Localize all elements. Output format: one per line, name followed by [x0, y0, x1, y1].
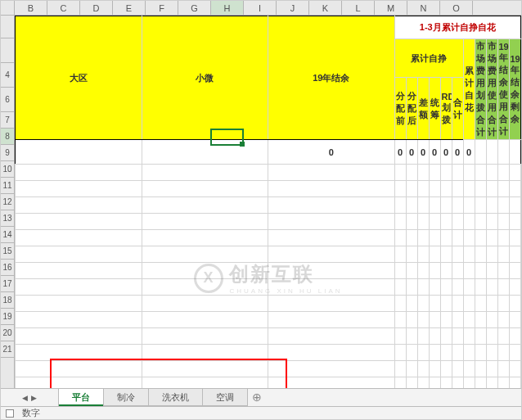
hdr-rdc: RDC划拨: [440, 78, 452, 140]
sheet-tab-0[interactable]: 平台: [58, 389, 104, 406]
col-N[interactable]: N: [407, 1, 440, 15]
col-L[interactable]: L: [342, 1, 375, 15]
spreadsheet-window: B C D E F G H I J K L M N O 4 6 7 8 9 10…: [0, 0, 522, 420]
hdr-tongchou: 统筹: [429, 78, 440, 140]
sheet-tab-3[interactable]: 空调: [202, 389, 248, 406]
cell[interactable]: 0: [406, 140, 417, 165]
cell[interactable]: [497, 140, 509, 165]
status-label: 数字: [22, 407, 40, 419]
cell-area[interactable]: 大区 小微 19年结余 1-3月累计自挣自花 累计自挣 累计自花 市场费用划拨合…: [15, 16, 521, 388]
hdr-19-use: 19年结余使用合计: [497, 39, 509, 140]
row-hdr[interactable]: 8: [1, 129, 14, 145]
cell[interactable]: [486, 140, 497, 165]
cell[interactable]: [16, 140, 142, 165]
tab-next-icon[interactable]: ▶: [31, 394, 37, 402]
cell[interactable]: 0: [417, 140, 429, 165]
hdr-zihua: 累计自花: [463, 39, 475, 140]
row-hdr[interactable]: 16: [1, 260, 14, 276]
row-hdr[interactable]: 11: [1, 178, 14, 194]
col-H[interactable]: H: [211, 1, 244, 15]
cell[interactable]: [475, 140, 486, 165]
row-hdr[interactable]: 15: [1, 243, 14, 260]
hdr-diff: 差额: [417, 78, 429, 140]
selectall-corner[interactable]: [1, 1, 15, 15]
column-header-row: B C D E F G H I J K L M N O: [1, 1, 521, 16]
row-hdr[interactable]: 4: [1, 63, 14, 88]
hdr-sub-group: 累计自挣: [394, 39, 463, 78]
hdr-post-alloc: 分配后: [406, 78, 417, 140]
col-K[interactable]: K: [309, 1, 342, 15]
hdr-heji: 合计: [452, 78, 463, 140]
status-mode-icon: [6, 409, 14, 418]
row-hdr[interactable]: 9: [1, 145, 14, 161]
sheet-tab-1[interactable]: 制冷: [103, 389, 149, 406]
col-I[interactable]: I: [244, 1, 277, 15]
col-J[interactable]: J: [277, 1, 309, 15]
hdr-pre-alloc: 分配前: [394, 78, 406, 140]
col-D[interactable]: D: [80, 1, 113, 15]
row-hdr[interactable]: 13: [1, 210, 14, 227]
cell[interactable]: 0: [452, 140, 463, 165]
col-E[interactable]: E: [113, 1, 146, 15]
hdr-19-balance: 19年结余: [268, 16, 395, 140]
cell[interactable]: 0: [429, 140, 440, 165]
col-C[interactable]: C: [47, 1, 80, 15]
hdr-market-alloc: 市场费用划拨合计: [475, 39, 486, 140]
cell[interactable]: 0: [394, 140, 406, 165]
add-sheet-button[interactable]: ⊕: [247, 389, 267, 406]
col-G[interactable]: G: [178, 1, 211, 15]
row-hdr[interactable]: [1, 38, 14, 63]
hdr-micro: 小微: [142, 16, 268, 140]
row-hdr[interactable]: 12: [1, 194, 14, 210]
row-hdr[interactable]: 17: [1, 276, 14, 292]
tab-nav[interactable]: ◀ ▶: [1, 389, 58, 406]
col-B[interactable]: B: [15, 1, 47, 15]
row-hdr[interactable]: 6: [1, 88, 14, 112]
row-hdr[interactable]: 10: [1, 161, 14, 178]
col-M[interactable]: M: [375, 1, 407, 15]
hdr-group-title: 1-3月累计自挣自花: [394, 16, 521, 39]
cell[interactable]: [142, 140, 268, 165]
cell[interactable]: 0: [268, 140, 395, 165]
row-hdr[interactable]: 19: [1, 309, 14, 325]
status-bar: 数字: [1, 406, 521, 419]
row-hdr[interactable]: [1, 16, 14, 38]
tab-prev-icon[interactable]: ◀: [22, 394, 28, 402]
hdr-market-use: 市场费用使用合计: [486, 39, 497, 140]
sheet-tab-2[interactable]: 洗衣机: [148, 389, 203, 406]
row-hdr[interactable]: 14: [1, 227, 14, 243]
grid-table: 大区 小微 19年结余 1-3月累计自挣自花 累计自挣 累计自花 市场费用划拨合…: [15, 16, 521, 410]
row-hdr[interactable]: 18: [1, 292, 14, 309]
row-header-col: 4 6 7 8 9 10 11 12 13 14 15 16 17 18 19 …: [1, 16, 15, 388]
row-hdr[interactable]: 7: [1, 112, 14, 129]
col-F[interactable]: F: [146, 1, 178, 15]
col-O[interactable]: O: [440, 1, 473, 15]
hdr-big-region: 大区: [16, 16, 142, 140]
cell[interactable]: 0: [463, 140, 475, 165]
row-hdr[interactable]: 20: [1, 325, 14, 341]
cell[interactable]: 0: [440, 140, 452, 165]
row-hdr[interactable]: 21: [1, 341, 14, 358]
sheet-tab-bar: ◀ ▶ 平台 制冷 洗衣机 空调 ⊕: [1, 388, 521, 406]
cell[interactable]: [509, 140, 521, 165]
hdr-19-remain: 19年结余剩余: [509, 39, 521, 140]
